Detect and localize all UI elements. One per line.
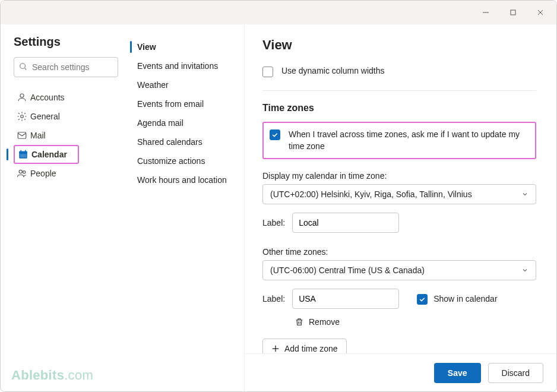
other-timezones-heading: Other time zones: xyxy=(262,247,536,257)
dynamic-column-widths-label: Use dynamic column widths xyxy=(281,66,385,75)
subnav-item-work-hours-location[interactable]: Work hours and location xyxy=(129,170,237,189)
chevron-down-icon xyxy=(521,191,528,198)
other-label-input[interactable] xyxy=(292,289,399,309)
svg-rect-11 xyxy=(21,150,22,153)
other-label-text: Label: xyxy=(262,294,285,304)
svg-line-5 xyxy=(25,68,27,70)
maximize-button[interactable] xyxy=(499,3,527,22)
other-timezone-value: (UTC-06:00) Central Time (US & Canada) xyxy=(270,265,425,275)
sidebar-item-accounts[interactable]: Accounts xyxy=(14,88,118,107)
svg-rect-8 xyxy=(18,132,26,139)
show-in-calendar-checkbox[interactable] xyxy=(417,294,428,305)
primary-label-text: Label: xyxy=(262,218,285,227)
subnav-item-agenda-mail[interactable]: Agenda mail xyxy=(129,113,237,132)
show-in-calendar-label: Show in calendar xyxy=(433,294,497,304)
primary-timezone-select[interactable]: (UTC+02:00) Helsinki, Kyiv, Riga, Sofia,… xyxy=(262,184,536,204)
travel-timezone-checkbox[interactable] xyxy=(270,129,280,140)
svg-point-7 xyxy=(21,115,24,118)
add-timezone-button[interactable]: Add time zone xyxy=(262,339,347,353)
sidebar-item-label: Calendar xyxy=(31,150,67,159)
remove-timezone-button[interactable]: Remove xyxy=(295,317,536,327)
mail-icon xyxy=(14,130,30,141)
travel-timezone-label: When I travel across time zones, ask me … xyxy=(289,129,523,152)
main-content: View Use dynamic column widths Time zone… xyxy=(245,24,556,353)
remove-label: Remove xyxy=(309,317,340,327)
svg-rect-12 xyxy=(25,150,26,153)
primary-label-input[interactable] xyxy=(292,213,399,233)
sidebar: Settings Accounts General Mail xyxy=(1,24,125,391)
sidebar-item-label: People xyxy=(30,169,56,178)
plus-icon xyxy=(271,344,280,353)
sidebar-item-label: Mail xyxy=(30,131,46,140)
display-timezone-label: Display my calendar in time zone: xyxy=(262,171,536,181)
calendar-icon xyxy=(15,149,31,160)
chevron-down-icon xyxy=(521,267,528,274)
subnav-item-view[interactable]: View xyxy=(129,37,237,56)
watermark: Ablebits.com xyxy=(11,368,93,383)
minimize-button[interactable] xyxy=(472,3,499,22)
people-icon xyxy=(14,168,30,179)
svg-rect-1 xyxy=(511,10,515,15)
sidebar-item-calendar[interactable]: Calendar xyxy=(14,145,79,164)
subnav-item-customize-actions[interactable]: Customize actions xyxy=(129,151,237,170)
svg-point-4 xyxy=(20,64,26,69)
sidebar-item-people[interactable]: People xyxy=(14,164,118,183)
close-button[interactable] xyxy=(527,3,554,22)
settings-title: Settings xyxy=(14,35,118,49)
page-title: View xyxy=(262,37,536,53)
add-timezone-label: Add time zone xyxy=(284,344,338,353)
search-icon xyxy=(19,62,27,71)
subnav-item-weather[interactable]: Weather xyxy=(129,75,237,94)
primary-timezone-value: (UTC+02:00) Helsinki, Kyiv, Riga, Sofia,… xyxy=(270,189,472,199)
subnav-item-events-from-email[interactable]: Events from email xyxy=(129,94,237,113)
title-bar xyxy=(1,1,556,24)
save-button[interactable]: Save xyxy=(434,363,481,383)
travel-timezone-highlight: When I travel across time zones, ask me … xyxy=(262,122,536,159)
sidebar-item-label: General xyxy=(30,112,60,121)
trash-icon xyxy=(295,317,304,327)
divider xyxy=(262,90,536,91)
subnav: View Events and invitations Weather Even… xyxy=(125,24,244,391)
dynamic-column-widths-checkbox[interactable] xyxy=(262,67,273,77)
footer: Save Discard xyxy=(245,353,556,391)
other-timezone-select[interactable]: (UTC-06:00) Central Time (US & Canada) xyxy=(262,260,536,280)
svg-point-14 xyxy=(19,170,22,173)
svg-point-15 xyxy=(23,171,26,173)
subnav-item-shared-calendars[interactable]: Shared calendars xyxy=(129,132,237,151)
discard-button[interactable]: Discard xyxy=(488,363,543,383)
search-input[interactable] xyxy=(14,57,118,77)
svg-rect-10 xyxy=(19,151,27,153)
timezones-heading: Time zones xyxy=(262,103,536,113)
gear-icon xyxy=(14,111,30,122)
sidebar-item-mail[interactable]: Mail xyxy=(14,126,118,145)
svg-rect-13 xyxy=(20,154,27,157)
person-icon xyxy=(14,92,30,103)
svg-point-6 xyxy=(20,94,24,97)
sidebar-item-label: Accounts xyxy=(30,93,65,102)
sidebar-item-general[interactable]: General xyxy=(14,107,118,126)
subnav-item-events-invitations[interactable]: Events and invitations xyxy=(129,56,237,75)
